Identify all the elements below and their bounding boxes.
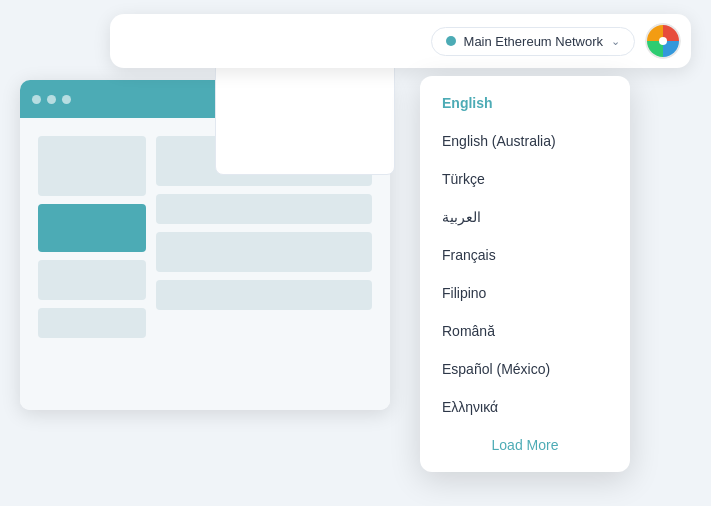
chevron-down-icon: ⌄ [611, 35, 620, 48]
main-block-3 [156, 232, 372, 272]
language-option-romanian[interactable]: Română [420, 312, 630, 350]
svg-point-1 [659, 37, 667, 45]
language-option-spanish-mx[interactable]: Español (México) [420, 350, 630, 388]
browser-dot-3 [62, 95, 71, 104]
language-option-english[interactable]: English [420, 84, 630, 122]
browser-dot-2 [47, 95, 56, 104]
language-option-filipino[interactable]: Filipino [420, 274, 630, 312]
language-option-arabic[interactable]: العربية [420, 198, 630, 236]
header-bar: Main Ethereum Network ⌄ [110, 14, 691, 68]
main-block-4 [156, 280, 372, 310]
main-block-2 [156, 194, 372, 224]
language-option-french[interactable]: Français [420, 236, 630, 274]
sidebar-block-accent [38, 204, 146, 252]
network-dot [446, 36, 456, 46]
sidebar-block-2 [38, 260, 146, 300]
network-selector[interactable]: Main Ethereum Network ⌄ [431, 27, 635, 56]
load-more-button[interactable]: Load More [420, 426, 630, 464]
language-option-greek[interactable]: Ελληνικά [420, 388, 630, 426]
browser-dot-1 [32, 95, 41, 104]
sidebar-block-1 [38, 136, 146, 196]
sidebar-block-3 [38, 308, 146, 338]
scene: Main Ethereum Network ⌄ EnglishEnglish (… [0, 0, 711, 506]
language-dropdown: EnglishEnglish (Australia)TürkçeالعربيةF… [420, 76, 630, 472]
language-option-turkish[interactable]: Türkçe [420, 160, 630, 198]
avatar[interactable] [645, 23, 681, 59]
language-option-english-au[interactable]: English (Australia) [420, 122, 630, 160]
browser-sidebar [38, 136, 146, 392]
network-label: Main Ethereum Network [464, 34, 603, 49]
